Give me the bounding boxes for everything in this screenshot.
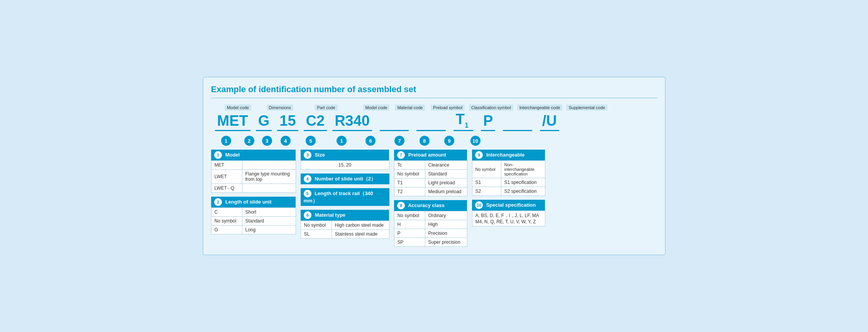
circle-8: 8 [420,136,430,146]
pl-row1-col1: Tc [394,161,425,170]
code-p: P [481,113,495,131]
preload-table: 7 Preload amount Tc Clearance No symbol … [394,150,467,196]
table-row: S2 S2 specification [472,187,545,196]
table-row: No symbol Standard [394,170,467,179]
accuracy-table: 8 Accuracy class No symbol Ordinary H Hi… [394,200,467,247]
label-classification-symbol: Classification symbol [469,104,513,111]
col-1: 1 Model MET LWET Flange type mounting fr… [211,150,296,247]
circle-material: 6 [304,211,311,219]
special-title: Special specification [486,202,536,208]
ic-row1-col2: Non-interchangeable specification [501,161,545,178]
table-row: SP Super precision [394,238,467,247]
table-row: MET [211,161,296,170]
preload-title: Preload amount [408,152,446,158]
page-title: Example of identification number of asse… [211,84,657,98]
table-row: H High [394,220,467,229]
ac-row1-col1: No symbol [394,211,425,220]
circle-2: 2 [244,136,254,146]
length-rail-table: 5 Length of track rail（340 mm） [301,188,389,206]
code-u: /U [540,113,559,131]
table-row: No symbol Ordinary [394,211,467,220]
label-model-code2: Model code [363,104,390,111]
ls-row1-col2: Short [242,208,296,217]
circle-9: 9 [444,136,454,146]
special-table: 10 Special specification A, BS, D, E, F，… [472,200,545,226]
model-row1-col2 [242,161,296,170]
model-title: Model [225,152,240,158]
label-preload-symbol: Preload symbol [431,104,465,111]
ls-row2-col2: Standard [242,217,296,226]
code-g: G [256,113,272,131]
ls-row3-col1: G [211,226,242,234]
ic-row3-col2: S2 specification [501,187,545,196]
code-t1-sub: 1 [465,121,469,129]
ac-row3-col1: P [394,229,425,238]
interchangeable-table: 9 Interchangeable No symbol Non-intercha… [472,150,545,196]
label-material-code: Material code [395,104,425,111]
pl-row1-col2: Clearance [425,161,467,170]
ac-row2-col2: High [425,220,467,229]
code-met: MET [215,113,250,131]
table-row: S1 S1 specification [472,178,545,187]
circle-6: 6 [365,136,376,146]
circle-interchangeable: 9 [475,151,483,159]
label-part-code: Part code [315,104,337,111]
length-slide-table: 2 Length of slide unit C Short No symbol… [211,197,296,234]
main-container: Example of identification number of asse… [203,77,666,255]
pl-row3-col1: T1 [394,179,425,187]
label-dimensions: Dimensions [267,104,293,111]
code-blank2: ___ [416,113,445,131]
table-row: 15, 20 [301,161,389,170]
model-row3-col2 [242,184,296,193]
table-row: P Precision [394,229,467,238]
circle-length-rail: 5 [304,190,311,197]
mat-row2-col2: Stainless steel made [332,230,389,239]
code-c2: C2 [304,113,327,131]
circle-4: 4 [281,136,291,146]
tables-section: 1 Model MET LWET Flange type mounting fr… [211,150,657,247]
ic-row3-col1: S2 [472,187,501,196]
pl-row4-col1: T2 [394,187,425,196]
ls-row3-col2: Long [242,226,296,234]
table-row: No symbol Standard [211,217,296,226]
label-supplemental-code: Supplemental code [566,104,607,111]
circle-3: 3 [262,136,272,146]
circle-7: 7 [394,136,404,146]
circle-5: 5 [306,136,316,146]
ls-row2-col1: No symbol [211,217,242,226]
circle-size: 3 [304,151,311,159]
pl-row2-col2: Standard [425,170,467,179]
model-table: 1 Model MET LWET Flange type mounting fr… [211,150,296,193]
table-row: T2 Medium preload [394,187,467,196]
accuracy-title: Accuracy class [408,202,445,208]
size-table: 3 Size 15, 20 [301,150,389,170]
code-t1: T1 [453,111,473,131]
ic-row2-col2: S1 specification [501,178,545,187]
ic-row1-col1: No symbol [472,161,501,178]
ac-row3-col2: Precision [425,229,467,238]
length-rail-title: Length of track rail（340 mm） [304,190,373,204]
diagram-section: Model code Dimensions Part code Model co… [211,104,657,146]
code-blank1: ___ [380,113,409,131]
material-title: Material type [315,212,345,218]
model-row2-col1: LWET [211,170,242,184]
ac-row2-col1: H [394,220,425,229]
model-row3-col1: LWET···Q [211,184,242,193]
mat-row2-col1: SL [301,230,332,239]
table-row: LWET Flange type mounting from top [211,170,296,184]
circle-1b: 1 [337,136,347,146]
ac-row4-col2: Super precision [425,238,467,247]
length-slide-title: Length of slide unit [225,199,272,205]
table-row: G Long [211,226,296,234]
model-row2-col2: Flange type mounting from top [242,170,296,184]
circle-length-slide: 2 [214,198,222,206]
pl-row4-col2: Medium preload [425,187,467,196]
material-table: 6 Material type No symbol High carbon st… [301,210,389,239]
mat-row1-col2: High carbon steel made [332,221,389,230]
circle-10: 10 [470,136,481,146]
table-row: T1 Light preload [394,179,467,187]
ac-row1-col2: Ordinary [425,211,467,220]
special-text: A, BS, D, E, F，I，J, L, LF, MA M4, N, Q, … [472,211,545,226]
circle-special: 10 [475,201,483,209]
circle-1a: 1 [221,136,231,146]
